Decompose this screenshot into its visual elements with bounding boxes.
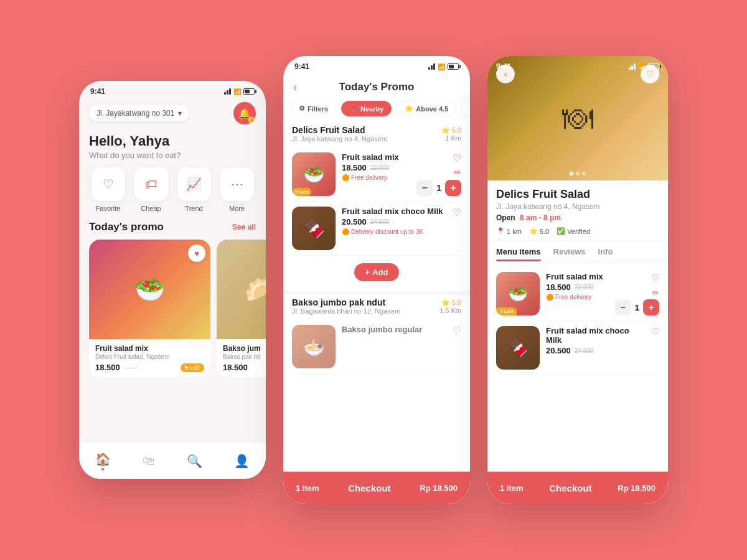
promo-card-2-sub: Bakso pak nd: [223, 353, 266, 360]
checkout-bar-2[interactable]: 1 item Checkout Rp 18.500: [283, 472, 470, 504]
nav-search[interactable]: 🔍: [187, 454, 202, 469]
cat-cheap[interactable]: 🏷 Cheap: [132, 167, 170, 212]
add-button[interactable]: + Add: [354, 263, 400, 281]
rest-1-address: Jl. Jaya katwang no 4, Ngasem: [292, 135, 387, 142]
promo-card-1-price-row: 18.500 —— 5 Left: [95, 363, 204, 372]
plus-icon: +: [365, 268, 370, 277]
discount-icon: 🟠: [342, 228, 349, 235]
promo-card-1[interactable]: 🥗 ♥ Fruit salad mix Delics Fruit salad, …: [89, 240, 210, 377]
screens-container: 9:41 📶 Jl. Jayakatwang no 301 ▾ 🔔 Hello,…: [67, 44, 680, 516]
menu-item-bakso-heart[interactable]: ♡: [453, 325, 461, 368]
cat-more-label: More: [229, 205, 245, 212]
s3-hero: 🍽 9:41 📶 ‹ ♡: [487, 56, 668, 180]
s3-item-2-old-price: 24.500: [575, 347, 594, 354]
tab-reviews[interactable]: Reviews: [553, 241, 586, 261]
menu-item-2-actions: ♡: [453, 207, 461, 250]
wifi-icon-1: 📶: [233, 88, 241, 95]
menu-item-1-price-row: 18.500 22.500: [342, 163, 410, 172]
dot-1: [570, 172, 573, 175]
qty-minus-1[interactable]: −: [416, 180, 433, 196]
free-delivery-icon: 🟠: [546, 294, 553, 301]
s3-heart-button[interactable]: ♡: [641, 65, 659, 83]
menu-item-1-heart[interactable]: ♡: [453, 152, 461, 164]
qty-plus-1[interactable]: +: [445, 180, 461, 196]
status-bar-2: 9:41 📶: [283, 56, 470, 75]
cat-favorite[interactable]: ♡ Favorite: [89, 167, 127, 212]
menu-item-bakso-name: Bakso jumbo regular: [342, 325, 446, 334]
greeting-subtitle: What do you want to eat?: [89, 151, 256, 160]
cat-more-icon-box: ⋯: [220, 167, 254, 201]
s3-minus-1[interactable]: −: [615, 299, 631, 315]
edit-icon-1[interactable]: ✏: [454, 167, 461, 177]
menu-item-bakso-image: 🍜: [292, 325, 336, 368]
checkout-count-3: 1 item: [500, 483, 524, 493]
s3-rating: 5.0: [540, 228, 549, 235]
menu-item-1-tag-text: Free delivery: [351, 174, 387, 181]
s1-header: Jl. Jayakatwang no 301 ▾ 🔔: [79, 100, 266, 129]
location-icon-3: 📍: [496, 227, 505, 235]
filter-nearby[interactable]: 📍 Nearby: [341, 101, 392, 116]
menu-item-2-thumb: 🍫: [292, 207, 336, 250]
s3-item-1-heart[interactable]: ♡: [651, 272, 659, 283]
add-label: Add: [372, 268, 388, 277]
promo-card-2-name: Bakso jum: [223, 344, 266, 353]
rest-1-info: Delics Fruit Salad Jl. Jaya katwang no 4…: [292, 125, 387, 142]
s3-edit-icon-1[interactable]: ✏: [652, 288, 659, 297]
s3-item-2-image: 🍫: [496, 326, 540, 370]
cat-trend[interactable]: 📈 Trend: [175, 167, 213, 212]
menu-item-1-badge: 5 Left: [292, 188, 311, 196]
back-button-2[interactable]: ‹: [293, 81, 297, 94]
cat-trend-icon-box: 📈: [177, 167, 211, 201]
menu-item-1-info: Fruit salad mix 18.500 22.500 🟠 Free del…: [342, 152, 410, 196]
rest-2-rating: ⭐ 5.0: [439, 299, 461, 307]
filter-filters[interactable]: ⚙ Filters: [291, 101, 336, 116]
promo-card-1-heart[interactable]: ♥: [188, 245, 205, 262]
menu-item-1-tag: 🟠 Free delivery: [342, 174, 410, 181]
promo-card-2[interactable]: 🥟 Bakso jum Bakso pak nd 18.500: [217, 240, 266, 377]
s3-item-2-heart[interactable]: ♡: [651, 326, 659, 337]
restaurant-section-1: Delics Fruit Salad Jl. Jaya katwang no 4…: [283, 123, 470, 295]
s3-item-2-price: 20.500: [546, 346, 571, 355]
wifi-icon-2: 📶: [438, 63, 445, 70]
filter-rating[interactable]: ⭐ Above 4.5: [397, 101, 456, 116]
promo-card-1-name: Fruit salad mix: [95, 344, 204, 353]
hours-value: 8 am - 8 pm: [520, 213, 561, 222]
s2-page-title: Today's Promo: [339, 81, 415, 93]
s3-tabs: Menu items Reviews Info: [487, 241, 668, 262]
screen1: 9:41 📶 Jl. Jayakatwang no 301 ▾ 🔔 Hello,…: [79, 81, 266, 479]
menu-item-2-name: Fruit salad mix choco Milk: [342, 207, 446, 216]
s3-qty-1: − 1 +: [615, 299, 659, 315]
s3-item-1-old-price: 22.500: [575, 284, 594, 291]
nav-profile[interactable]: 👤: [234, 454, 250, 469]
filter-cheap[interactable]: 🏷 Che: [461, 101, 470, 116]
tag-icon: 🏷: [145, 177, 157, 192]
s3-item-2-actions: ♡: [651, 326, 659, 370]
restaurant-section-2: Bakso jumbo pak ndut Jl. Bagawanta bhari…: [283, 295, 470, 378]
dots-icon: ⋯: [231, 177, 243, 192]
menu-item-2-info: Fruit salad mix choco Milk 20.500 24.500…: [342, 207, 446, 250]
bottom-nav: 🏠 🛍 🔍 👤: [79, 442, 266, 479]
menu-item-1: 🥗 5 Left Fruit salad mix 18.500 22.500 🟠…: [292, 147, 461, 202]
menu-item-bakso-thumb: 🍜: [292, 325, 336, 368]
promo-card-1-sub: Delics Fruit salad, Ngasem: [95, 353, 204, 360]
s3-menu-item-1: 🥗 5 Left Fruit salad mix 18.500 22.500 🟠…: [496, 267, 659, 321]
menu-item-2-heart[interactable]: ♡: [453, 207, 461, 218]
nav-orders[interactable]: 🛍: [143, 454, 155, 468]
s3-badges: 📍 1 km ⭐ 5.0 ✅ Verified: [496, 227, 659, 235]
cat-more[interactable]: ⋯ More: [218, 167, 256, 212]
promo-card-1-price: 18.500: [95, 363, 120, 372]
time-1: 9:41: [90, 87, 105, 96]
see-all-link[interactable]: See all: [232, 223, 256, 231]
tab-menu-items[interactable]: Menu items: [496, 241, 541, 261]
nav-home[interactable]: 🏠: [95, 452, 111, 470]
location-pill[interactable]: Jl. Jayakatwang no 301 ▾: [89, 105, 189, 121]
checkout-price-2: Rp 18.500: [420, 483, 458, 493]
notification-button[interactable]: 🔔: [233, 102, 256, 124]
s3-plus-1[interactable]: +: [643, 299, 659, 315]
menu-item-2-image: 🍫: [292, 207, 336, 250]
checkout-bar-3[interactable]: 1 item Checkout Rp 18.500: [487, 472, 668, 504]
tab-info[interactable]: Info: [598, 241, 613, 261]
menu-item-1-actions: ♡ ✏ − 1 +: [416, 152, 461, 196]
back-button-3[interactable]: ‹: [496, 65, 515, 83]
s3-item-1-tag: 🟠 Free delivery: [546, 294, 609, 301]
